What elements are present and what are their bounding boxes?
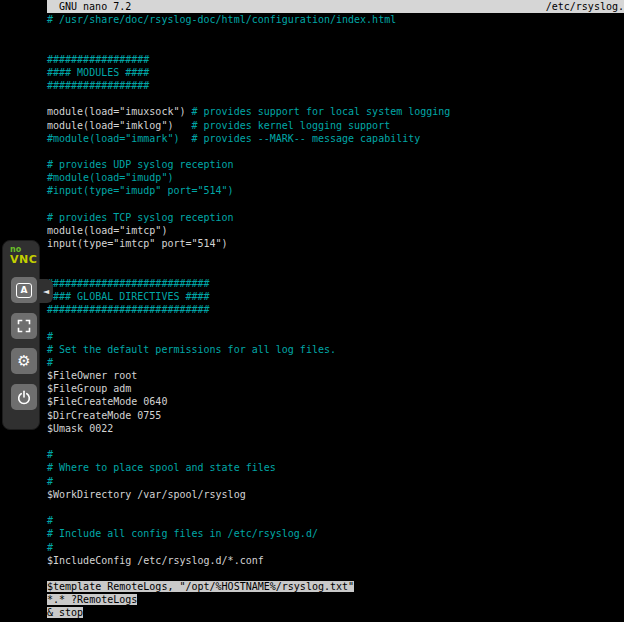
novnc-logo-vnc: VNC bbox=[10, 254, 39, 266]
power-button[interactable] bbox=[11, 384, 37, 410]
keyboard-button[interactable]: A bbox=[11, 277, 37, 303]
config-comment-text: ########################### bbox=[47, 278, 210, 289]
editor-line bbox=[47, 39, 624, 52]
config-comment-text: # Set the default permissions for all lo… bbox=[47, 344, 336, 355]
power-icon bbox=[16, 389, 32, 405]
config-directive-text: & stop bbox=[47, 607, 83, 618]
keyboard-key-icon: A bbox=[16, 283, 32, 298]
keyboard-key-letter: A bbox=[21, 285, 28, 295]
config-directive-text: $IncludeConfig /etc/rsyslog.d/*.conf bbox=[47, 555, 264, 566]
editor-line: #### MODULES #### bbox=[47, 66, 624, 79]
config-directive-text: $FileOwner root bbox=[47, 370, 137, 381]
editor-line: ########################### bbox=[47, 303, 624, 316]
editor-line: ################# bbox=[47, 79, 624, 92]
editor-line: #### GLOBAL DIRECTIVES #### bbox=[47, 290, 624, 303]
nano-filename-label: /etc/rsyslog. bbox=[546, 0, 624, 13]
editor-line bbox=[47, 435, 624, 448]
config-comment-text: # Include all config files in /etc/rsysl… bbox=[47, 528, 318, 539]
control-bar-handle[interactable]: ◄ bbox=[39, 279, 53, 303]
editor-line: $DirCreateMode 0755 bbox=[47, 409, 624, 422]
config-comment-text: # provides TCP syslog reception bbox=[47, 212, 234, 223]
nano-version-label: GNU nano 7.2 bbox=[47, 0, 131, 13]
novnc-control-bar: no VNC ◄ A ⚙ bbox=[2, 240, 40, 430]
config-comment-text: # bbox=[47, 449, 53, 460]
editor-line bbox=[47, 567, 624, 580]
config-directive-text: $DirCreateMode 0755 bbox=[47, 410, 161, 421]
editor-line: $IncludeConfig /etc/rsyslog.d/*.conf bbox=[47, 554, 624, 567]
config-comment-text: # /usr/share/doc/rsyslog-doc/html/config… bbox=[47, 14, 396, 25]
config-directive-text: module(load="imklog") bbox=[47, 120, 192, 131]
editor-line: # provides TCP syslog reception bbox=[47, 211, 624, 224]
editor-line: # Set the default permissions for all lo… bbox=[47, 343, 624, 356]
editor-line: ################# bbox=[47, 53, 624, 66]
config-comment-text: # provides UDP syslog reception bbox=[47, 159, 234, 170]
config-directive-text: $template RemoteLogs, "/opt/%HOSTNAME%/r… bbox=[47, 581, 354, 592]
config-comment-text: # provides support for local system logg… bbox=[192, 106, 451, 117]
editor-line bbox=[47, 92, 624, 105]
editor-line: module(load="imklog") # provides kernel … bbox=[47, 119, 624, 132]
editor-line: & stop bbox=[47, 606, 624, 619]
config-comment-text: #### GLOBAL DIRECTIVES #### bbox=[47, 291, 210, 302]
fullscreen-button[interactable] bbox=[11, 313, 37, 339]
config-directive-text: $FileGroup adm bbox=[47, 383, 131, 394]
novnc-logo: no VNC bbox=[3, 241, 39, 266]
config-comment-text: ########################### bbox=[47, 304, 210, 315]
editor-line: # /usr/share/doc/rsyslog-doc/html/config… bbox=[47, 13, 624, 26]
config-directive-text: $Umask 0022 bbox=[47, 423, 113, 434]
editor-line bbox=[47, 198, 624, 211]
editor-line: input(type="imtcp" port="514") bbox=[47, 237, 624, 250]
editor-line: module(load="imuxsock") # provides suppo… bbox=[47, 105, 624, 118]
config-comment-text: # bbox=[47, 476, 53, 487]
editor-line: # Include all config files in /etc/rsysl… bbox=[47, 527, 624, 540]
editor-line: # bbox=[47, 356, 624, 369]
editor-line: # bbox=[47, 475, 624, 488]
config-comment-text: # bbox=[47, 515, 53, 526]
config-comment-text: # Where to place spool and state files bbox=[47, 462, 276, 473]
editor-line: # provides UDP syslog reception bbox=[47, 158, 624, 171]
editor-line: # bbox=[47, 514, 624, 527]
gear-icon: ⚙ bbox=[17, 354, 30, 369]
editor-line: #module(load="imudp") bbox=[47, 171, 624, 184]
editor-line bbox=[47, 250, 624, 263]
config-directive-text: $WorkDirectory /var/spool/rsyslog bbox=[47, 489, 246, 500]
config-comment-text: ################# bbox=[47, 54, 149, 65]
collapse-arrow-icon: ◄ bbox=[43, 287, 49, 296]
editor-line: module(load="imtcp") bbox=[47, 224, 624, 237]
editor-line: # bbox=[47, 330, 624, 343]
config-comment-text: #input(type="imudp" port="514") bbox=[47, 185, 234, 196]
config-comment-text: # provides kernel logging support bbox=[192, 120, 391, 131]
config-comment-text: # bbox=[47, 331, 53, 342]
editor-line: #input(type="imudp" port="514") bbox=[47, 184, 624, 197]
editor-line: $FileGroup adm bbox=[47, 382, 624, 395]
editor-line: ########################### bbox=[47, 277, 624, 290]
config-directive-text: *.* ?RemoteLogs bbox=[47, 594, 137, 605]
nano-titlebar: GNU nano 7.2 /etc/rsyslog. bbox=[47, 0, 624, 13]
editor-line: #module(load="immark") # provides --MARK… bbox=[47, 132, 624, 145]
editor-line bbox=[47, 264, 624, 277]
settings-button[interactable]: ⚙ bbox=[11, 348, 37, 374]
editor-line bbox=[47, 316, 624, 329]
editor-line: $FileCreateMode 0640 bbox=[47, 395, 624, 408]
config-directive-text: input(type="imtcp" port="514") bbox=[47, 238, 228, 249]
config-comment-text: #### MODULES #### bbox=[47, 67, 149, 78]
config-comment-text: #module(load="imudp") bbox=[47, 172, 173, 183]
config-directive-text: module(load="imtcp") bbox=[47, 225, 167, 236]
config-comment-text: # bbox=[47, 357, 53, 368]
editor-line: $FileOwner root bbox=[47, 369, 624, 382]
editor-content[interactable]: # /usr/share/doc/rsyslog-doc/html/config… bbox=[47, 13, 624, 620]
config-comment-text: #module(load="immark") # provides --MARK… bbox=[47, 133, 420, 144]
editor-line bbox=[47, 26, 624, 39]
config-directive-text: module(load="imuxsock") bbox=[47, 106, 192, 117]
editor-line: *.* ?RemoteLogs bbox=[47, 593, 624, 606]
nano-terminal[interactable]: GNU nano 7.2 /etc/rsyslog. # /usr/share/… bbox=[47, 0, 624, 622]
fullscreen-icon bbox=[16, 318, 32, 334]
config-comment-text: # bbox=[47, 542, 53, 553]
editor-line: $Umask 0022 bbox=[47, 422, 624, 435]
editor-line: # Where to place spool and state files bbox=[47, 461, 624, 474]
config-directive-text: $FileCreateMode 0640 bbox=[47, 396, 167, 407]
editor-line: # bbox=[47, 541, 624, 554]
config-comment-text: ################# bbox=[47, 80, 149, 91]
editor-line bbox=[47, 501, 624, 514]
editor-line: $template RemoteLogs, "/opt/%HOSTNAME%/r… bbox=[47, 580, 624, 593]
editor-line: $WorkDirectory /var/spool/rsyslog bbox=[47, 488, 624, 501]
